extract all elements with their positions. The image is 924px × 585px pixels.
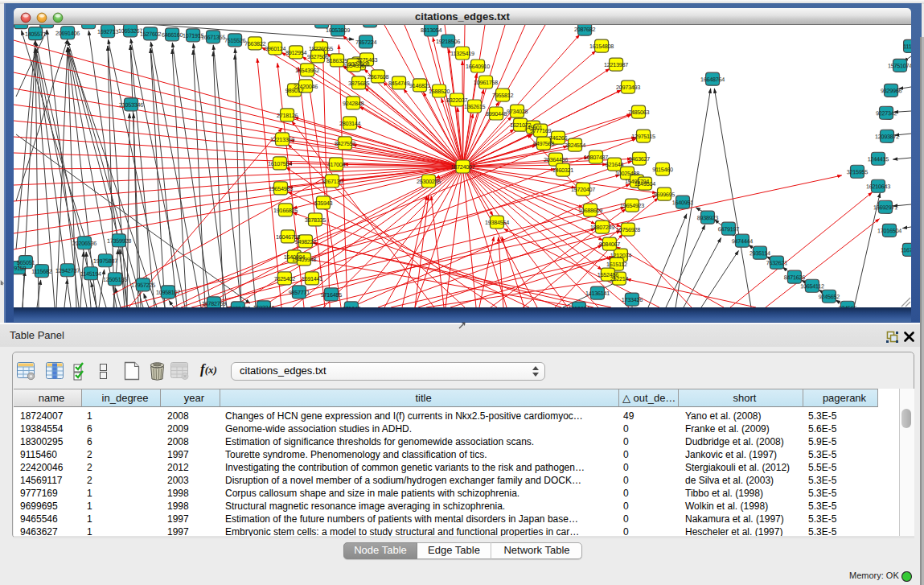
svg-text:9242848: 9242848 [343,100,363,107]
svg-text:7485063: 7485063 [628,109,649,116]
svg-text:9734028: 9734028 [507,108,528,115]
svg-text:1527602: 1527602 [140,31,161,38]
svg-text:8990448: 8990448 [486,110,507,117]
svg-text:1061141: 1061141 [14,25,31,27]
svg-text:16782759: 16782759 [202,300,226,307]
svg-text:1212074: 1212074 [610,252,631,259]
svg-text:16640910: 16640910 [466,63,490,70]
svg-text:19384554: 19384554 [485,219,509,226]
svg-text:1654396: 1654396 [343,62,364,69]
svg-text:2087682: 2087682 [574,26,595,33]
svg-text:1115682: 1115682 [31,268,51,275]
svg-text:924565: 924565 [839,304,857,307]
svg-text:10653267: 10653267 [118,27,142,35]
svg-text:9245652: 9245652 [819,293,840,300]
svg-text:9716485: 9716485 [321,291,342,299]
svg-text:9498222: 9498222 [295,238,316,245]
svg-text:1691441: 1691441 [302,275,322,282]
svg-text:1692346: 1692346 [253,304,274,307]
svg-text:8938923: 8938923 [697,214,718,221]
svg-text:12093872: 12093872 [875,133,899,140]
svg-text:16543962: 16543962 [295,67,319,74]
svg-text:10807487: 10807487 [584,154,608,161]
svg-text:417004: 417004 [327,161,346,168]
svg-text:11171: 11171 [903,43,911,50]
svg-text:19654923: 19654923 [620,202,644,209]
svg-text:8912954: 8912954 [285,49,306,56]
svg-text:2867608: 2867608 [368,73,388,80]
svg-text:16648764: 16648764 [700,76,725,83]
svg-text:2718126: 2718126 [277,112,298,119]
svg-text:2935114: 2935114 [749,249,770,257]
svg-text:7663822: 7663822 [244,40,265,47]
svg-text:19975887: 19975887 [93,257,117,265]
svg-text:16053809: 16053809 [326,27,350,34]
svg-text:1552486: 1552486 [598,271,618,278]
svg-text:12213987: 12213987 [604,61,628,68]
svg-text:9463627: 9463627 [629,155,650,163]
svg-text:19654983: 19654983 [269,185,293,192]
svg-text:3215955: 3215955 [847,168,868,175]
svg-text:10961758: 10961758 [474,79,498,86]
svg-text:16154808: 16154808 [589,43,614,50]
svg-text:16210643: 16210643 [866,183,890,190]
svg-text:17016504: 17016504 [877,227,901,234]
svg-text:12942737: 12942737 [55,267,80,274]
svg-text:15720407: 15720407 [571,186,595,193]
svg-text:9474444: 9474444 [732,237,753,245]
svg-text:6466160: 6466160 [162,31,183,39]
svg-text:15409948: 15409948 [292,256,316,263]
svg-text:18724007: 18724007 [451,163,475,171]
svg-text:1615112: 1615112 [606,261,627,268]
svg-text:3878335: 3878335 [305,216,326,224]
svg-text:10756928: 10756928 [616,226,640,233]
svg-text:3875685: 3875685 [348,80,369,87]
svg-text:12213369: 12213369 [270,136,294,143]
svg-text:10958107: 10958107 [156,289,180,296]
svg-text:9329966: 9329966 [881,87,901,94]
svg-text:1460321: 1460321 [552,167,573,174]
svg-text:12975115: 12975115 [631,133,655,140]
svg-text:19166825: 19166825 [273,207,298,214]
svg-text:14136141: 14136141 [585,290,610,297]
svg-text:1692727: 1692727 [78,25,99,27]
svg-text:18226055: 18226055 [309,45,333,52]
svg-text:6479197: 6479197 [718,225,739,233]
svg-text:940557: 940557 [38,25,56,26]
svg-text:15751074: 15751074 [888,62,911,69]
svg-text:9115460: 9115460 [652,166,673,173]
svg-text:16107554: 16107554 [268,160,292,167]
svg-text:16671355: 16671355 [201,34,225,41]
svg-text:1733426: 1733426 [622,296,643,303]
svg-text:12505135: 12505135 [103,276,127,283]
svg-text:9146821: 9146821 [409,82,430,89]
svg-text:9227342: 9227342 [876,109,897,117]
svg-text:1605380: 1605380 [311,25,332,26]
svg-text:9327506: 9327506 [307,53,328,60]
svg-text:971648: 971648 [343,305,361,307]
svg-text:565051: 565051 [17,259,35,266]
svg-text:25300235: 25300235 [417,178,441,185]
svg-text:7632621: 7632621 [766,259,787,266]
svg-text:621644: 621644 [606,161,624,168]
svg-text:535943: 535943 [314,200,333,207]
svg-text:1413614: 1413614 [569,305,589,307]
svg-text:7955812: 7955812 [492,92,513,99]
svg-text:9777169: 9777169 [530,127,551,134]
svg-text:9699695: 9699695 [654,191,675,198]
svg-text:19218506: 19218506 [436,38,460,45]
svg-text:1405571: 1405571 [25,31,46,38]
svg-text:12923468: 12923468 [226,305,250,307]
svg-text:6497568: 6497568 [533,140,554,147]
svg-text:8471626: 8471626 [784,274,805,281]
svg-text:8454749: 8454749 [388,80,409,87]
svg-text:10654112: 10654112 [800,282,824,290]
svg-text:20691406: 20691406 [55,30,80,37]
svg-text:7625402: 7625402 [274,275,295,282]
svg-text:1145194: 1145194 [80,270,101,278]
svg-text:7515526: 7515526 [224,37,245,44]
svg-text:20206536: 20206536 [72,240,97,247]
svg-text:1640951: 1640951 [672,199,693,206]
svg-text:1692713: 1692713 [97,28,118,35]
svg-text:10025488: 10025488 [615,170,639,177]
